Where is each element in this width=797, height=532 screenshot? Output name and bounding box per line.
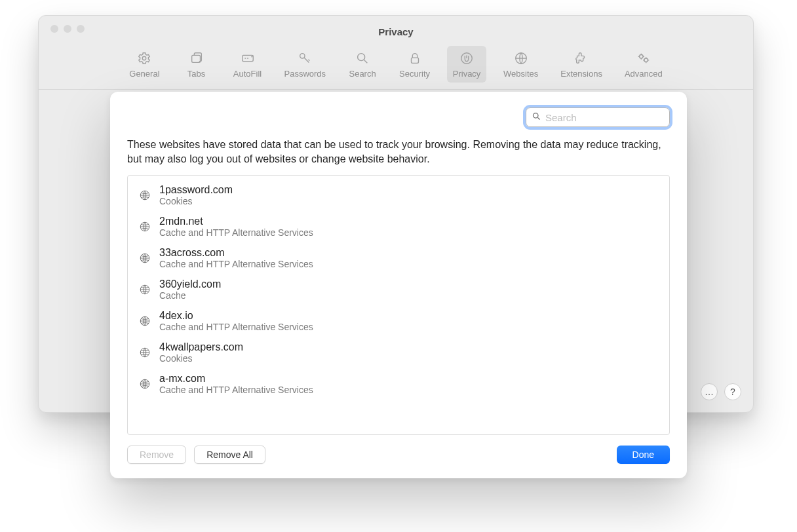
row-text: 360yield.comCache — [159, 278, 221, 301]
svg-point-3 — [300, 54, 305, 58]
search-icon — [532, 111, 541, 124]
globe-icon — [138, 252, 151, 265]
puzzle-icon — [573, 50, 590, 67]
row-text: 1password.comCookies — [159, 183, 233, 207]
svg-point-4 — [358, 54, 365, 61]
tab-label: Privacy — [453, 69, 481, 79]
svg-point-9 — [644, 58, 648, 62]
window-title: Privacy — [378, 21, 413, 37]
titlebar: Privacy — [39, 16, 753, 42]
traffic-lights — [50, 25, 85, 33]
row-text: 4kwallpapers.comCookies — [159, 341, 243, 364]
globe-icon — [138, 346, 151, 359]
row-detail: Cache and HTTP Alternative Services — [159, 385, 313, 396]
row-detail: Cookies — [159, 196, 233, 207]
tab-privacy[interactable]: Privacy — [447, 46, 486, 83]
preferences-toolbar: General Tabs AutoFill Passwords Search S… — [39, 42, 753, 90]
svg-point-0 — [143, 56, 147, 60]
lock-icon — [406, 50, 423, 67]
row-domain: a-mx.com — [159, 372, 313, 385]
tab-passwords[interactable]: Passwords — [279, 46, 332, 83]
tab-label: Websites — [503, 69, 538, 79]
close-window-button[interactable] — [50, 25, 58, 33]
done-button[interactable]: Done — [617, 446, 670, 464]
tab-websites[interactable]: Websites — [498, 46, 543, 83]
zoom-window-button[interactable] — [77, 25, 85, 33]
row-domain: 4dex.io — [159, 309, 313, 322]
globe-icon — [138, 377, 151, 390]
svg-rect-1 — [191, 55, 200, 62]
sheet-button-bar: Remove Remove All Done — [127, 446, 670, 464]
svg-rect-5 — [411, 58, 418, 63]
tab-label: AutoFill — [233, 69, 262, 79]
row-text: 2mdn.netCache and HTTP Alternative Servi… — [159, 215, 313, 238]
sheet-description: These websites have stored data that can… — [127, 138, 670, 166]
row-detail: Cache — [159, 290, 221, 301]
more-button[interactable]: … — [701, 383, 718, 400]
row-domain: 2mdn.net — [159, 215, 313, 227]
tab-label: Extensions — [560, 69, 602, 79]
svg-point-10 — [534, 113, 539, 118]
tab-label: Advanced — [625, 69, 663, 79]
row-domain: 360yield.com — [159, 278, 221, 290]
tab-advanced[interactable]: Advanced — [619, 46, 668, 83]
website-data-row[interactable]: 4kwallpapers.comCookies — [128, 337, 669, 368]
minimize-window-button[interactable] — [64, 25, 71, 33]
window-footer-buttons: … ? — [701, 383, 741, 400]
search-input[interactable] — [545, 112, 664, 123]
website-data-list[interactable]: 1password.comCookies2mdn.netCache and HT… — [127, 175, 670, 435]
gears-icon — [635, 50, 652, 67]
row-text: 4dex.ioCache and HTTP Alternative Servic… — [159, 309, 313, 333]
tab-label: General — [129, 69, 159, 79]
website-data-row[interactable]: 33across.comCache and HTTP Alternative S… — [128, 242, 669, 274]
tabs-icon — [188, 50, 205, 67]
website-data-row[interactable]: 2mdn.netCache and HTTP Alternative Servi… — [128, 211, 669, 242]
tab-label: Tabs — [187, 69, 205, 79]
tab-tabs[interactable]: Tabs — [177, 46, 216, 83]
row-domain: 33across.com — [159, 246, 313, 259]
row-detail: Cache and HTTP Alternative Services — [159, 259, 313, 270]
search-field[interactable] — [526, 107, 670, 127]
globe-icon — [138, 220, 151, 233]
tab-label: Passwords — [284, 69, 326, 79]
row-detail: Cache and HTTP Alternative Services — [159, 322, 313, 333]
tab-search[interactable]: Search — [343, 46, 382, 83]
row-domain: 1password.com — [159, 183, 233, 196]
search-icon — [354, 50, 371, 67]
globe-icon — [138, 314, 151, 328]
tab-autofill[interactable]: AutoFill — [228, 46, 267, 83]
globe-icon — [138, 189, 151, 202]
row-domain: 4kwallpapers.com — [159, 341, 243, 353]
svg-point-8 — [639, 55, 643, 59]
hand-icon — [458, 50, 475, 67]
tab-general[interactable]: General — [124, 46, 165, 83]
row-detail: Cookies — [159, 353, 243, 364]
website-data-row[interactable]: 1password.comCookies — [128, 180, 669, 211]
tab-label: Search — [349, 69, 376, 79]
website-data-row[interactable]: a-mx.comCache and HTTP Alternative Servi… — [128, 368, 669, 400]
globe-icon — [513, 50, 530, 67]
row-text: 33across.comCache and HTTP Alternative S… — [159, 246, 313, 270]
remove-all-button[interactable]: Remove All — [194, 446, 265, 464]
website-data-sheet: These websites have stored data that can… — [110, 92, 687, 478]
remove-button[interactable]: Remove — [127, 446, 186, 464]
website-data-row[interactable]: 360yield.comCache — [128, 274, 669, 305]
gear-icon — [136, 50, 153, 67]
tab-security[interactable]: Security — [394, 46, 435, 83]
autofill-icon — [239, 50, 256, 67]
row-text: a-mx.comCache and HTTP Alternative Servi… — [159, 372, 313, 396]
website-data-row[interactable]: 4dex.ioCache and HTTP Alternative Servic… — [128, 305, 669, 337]
tab-label: Security — [399, 69, 430, 79]
row-detail: Cache and HTTP Alternative Services — [159, 227, 313, 238]
help-button[interactable]: ? — [724, 383, 741, 400]
tab-extensions[interactable]: Extensions — [555, 46, 608, 83]
globe-icon — [138, 283, 151, 296]
key-icon — [296, 50, 313, 67]
